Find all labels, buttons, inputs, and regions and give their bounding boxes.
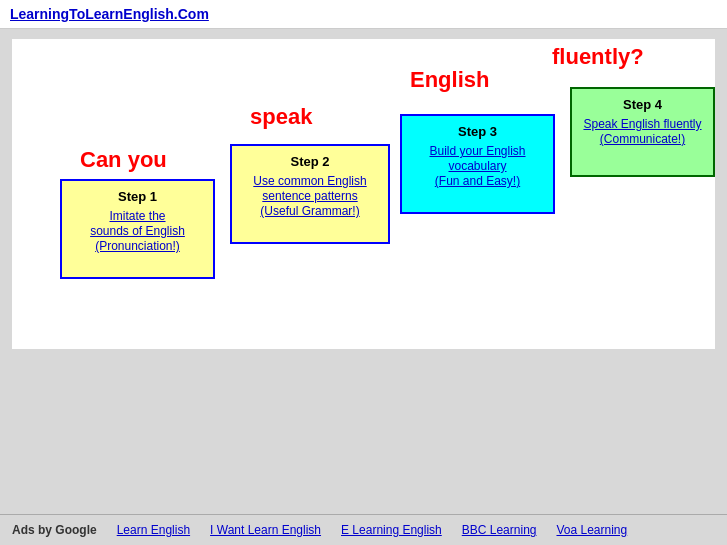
spacer bbox=[0, 359, 727, 489]
footer-link-voa[interactable]: Voa Learning bbox=[556, 523, 627, 537]
step1-line2: sounds of English bbox=[90, 224, 185, 238]
step3-link[interactable]: Build your English vocabulary (Fun and E… bbox=[429, 144, 525, 188]
site-footer: Ads by Google Learn English I Want Learn… bbox=[0, 514, 727, 545]
step2-box: Step 2 Use common English sentence patte… bbox=[230, 144, 390, 244]
footer-link-bbc[interactable]: BBC Learning bbox=[462, 523, 537, 537]
footer-link-e-learning[interactable]: E Learning English bbox=[341, 523, 442, 537]
page-wrapper: LearningToLearnEnglish.Com Can you speak… bbox=[0, 0, 727, 545]
step4-link[interactable]: Speak English fluently (Communicate!) bbox=[583, 117, 701, 146]
site-header: LearningToLearnEnglish.Com bbox=[0, 0, 727, 29]
site-title-link[interactable]: LearningToLearnEnglish.Com bbox=[10, 6, 209, 22]
step1-number: Step 1 bbox=[70, 189, 205, 204]
steps-container: Can you speak English fluently? Step 1 I… bbox=[22, 49, 705, 329]
label-fluently: fluently? bbox=[552, 44, 644, 70]
step1-line1: Imitate the bbox=[109, 209, 165, 223]
footer-link-learn-english[interactable]: Learn English bbox=[117, 523, 190, 537]
step1-link[interactable]: Imitate the sounds of English (Pronuncia… bbox=[90, 209, 185, 253]
main-content: Can you speak English fluently? Step 1 I… bbox=[12, 39, 715, 349]
step2-line2: sentence patterns bbox=[262, 189, 357, 203]
step2-link[interactable]: Use common English sentence patterns (Us… bbox=[253, 174, 366, 218]
step3-box: Step 3 Build your English vocabulary (Fu… bbox=[400, 114, 555, 214]
step4-box: Step 4 Speak English fluently (Communica… bbox=[570, 87, 715, 177]
step4-line1: Speak English fluently bbox=[583, 117, 701, 131]
step4-line2: (Communicate!) bbox=[600, 132, 685, 146]
label-speak: speak bbox=[250, 104, 312, 130]
step2-line3: (Useful Grammar!) bbox=[260, 204, 359, 218]
footer-link-i-want-learn[interactable]: I Want Learn English bbox=[210, 523, 321, 537]
step1-box: Step 1 Imitate the sounds of English (Pr… bbox=[60, 179, 215, 279]
ads-label: Ads by Google bbox=[12, 523, 97, 537]
label-can-you: Can you bbox=[80, 147, 167, 173]
label-english: English bbox=[410, 67, 489, 93]
step3-line2: vocabulary bbox=[448, 159, 506, 173]
step1-line3: (Pronunciation!) bbox=[95, 239, 180, 253]
step2-line1: Use common English bbox=[253, 174, 366, 188]
step3-number: Step 3 bbox=[410, 124, 545, 139]
step2-number: Step 2 bbox=[240, 154, 380, 169]
step4-number: Step 4 bbox=[580, 97, 705, 112]
step3-line1: Build your English bbox=[429, 144, 525, 158]
step3-line3: (Fun and Easy!) bbox=[435, 174, 520, 188]
